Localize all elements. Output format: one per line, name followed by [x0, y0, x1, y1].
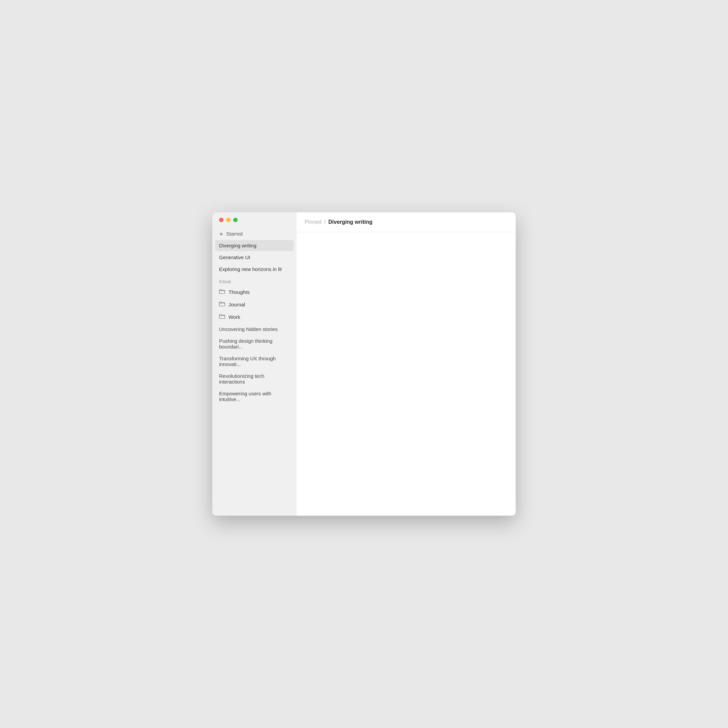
sidebar-item-label: Exploring new horizons in lit — [219, 266, 282, 272]
folder-item-label: Work — [228, 314, 240, 320]
plain-item-revolutionizing-tech[interactable]: Revolutionizing tech interactions — [215, 370, 294, 387]
folder-item-work[interactable]: Work — [215, 311, 294, 323]
sidebar-item-generative-ui[interactable]: Generative UI — [215, 252, 294, 263]
starred-header: ★ Starred — [215, 229, 294, 239]
breadcrumb-parent: Pinned — [305, 219, 321, 225]
folder-item-label: Journal — [228, 302, 245, 307]
plain-items-section: Uncovering hidden stories Pushing design… — [213, 324, 297, 405]
close-button[interactable] — [219, 218, 223, 222]
sidebar-item-label: Diverging writing — [219, 243, 257, 248]
breadcrumb-current: Diverging writing — [328, 219, 372, 225]
folder-icon — [219, 314, 225, 320]
folder-icon — [219, 301, 225, 308]
plain-item-uncovering[interactable]: Uncovering hidden stories — [215, 324, 294, 335]
traffic-lights — [213, 213, 297, 229]
plain-item-pushing-design[interactable]: Pushing design thinking boundari... — [215, 335, 294, 352]
plain-item-label: Revolutionizing tech interactions — [219, 373, 290, 385]
plain-item-empowering-users[interactable]: Empowering users with intuitive... — [215, 388, 294, 405]
main-header: Pinned / Diverging writing — [297, 213, 515, 232]
icloud-section: iCloud Thoughts — [213, 275, 297, 324]
sidebar-item-diverging-writing[interactable]: Diverging writing — [215, 240, 294, 251]
starred-section: ★ Starred Diverging writing Generative U… — [213, 229, 297, 275]
sidebar-item-exploring-new-horizons[interactable]: Exploring new horizons in lit — [215, 263, 294, 275]
folder-item-label: Thoughts — [228, 289, 250, 295]
plain-item-transforming-ux[interactable]: Transforming UX through innovati... — [215, 353, 294, 370]
maximize-button[interactable] — [233, 218, 238, 222]
main-content: Pinned / Diverging writing — [297, 213, 515, 515]
star-icon: ★ — [219, 231, 223, 237]
breadcrumb-separator: / — [324, 219, 326, 225]
sidebar-item-label: Generative UI — [219, 254, 251, 260]
plain-item-label: Empowering users with intuitive... — [219, 391, 290, 402]
sidebar: ★ Starred Diverging writing Generative U… — [213, 213, 297, 515]
plain-item-label: Pushing design thinking boundari... — [219, 338, 290, 350]
plain-item-label: Transforming UX through innovati... — [219, 356, 290, 367]
app-window: ★ Starred Diverging writing Generative U… — [213, 213, 515, 515]
icloud-section-label: iCloud — [215, 275, 294, 286]
minimize-button[interactable] — [226, 218, 231, 222]
window-layout: ★ Starred Diverging writing Generative U… — [213, 213, 515, 515]
folder-icon — [219, 289, 225, 295]
main-body — [297, 232, 515, 515]
starred-label: Starred — [226, 231, 243, 237]
plain-item-label: Uncovering hidden stories — [219, 326, 277, 332]
folder-item-journal[interactable]: Journal — [215, 298, 294, 310]
folder-item-thoughts[interactable]: Thoughts — [215, 286, 294, 298]
